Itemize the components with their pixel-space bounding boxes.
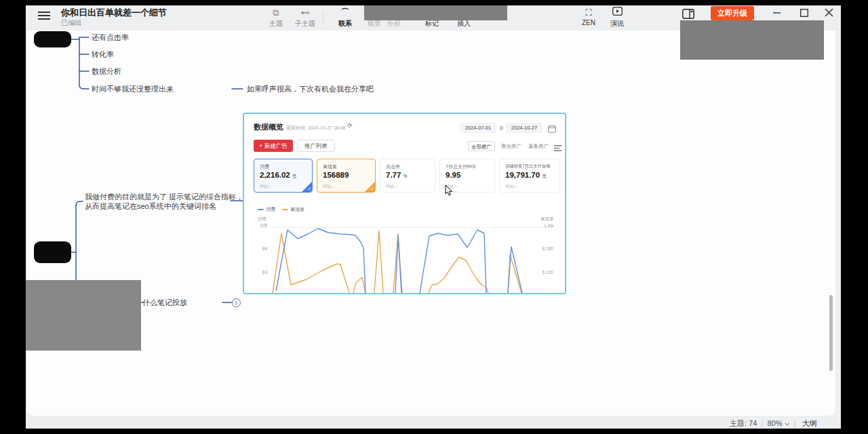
dashboard-title: 数据概览: [254, 122, 283, 132]
dashboard-updated-time: 更新时间: 2024-10-27 18:48: [286, 125, 345, 132]
mindmap-topic-clickrate[interactable]: 还有点击率: [92, 33, 129, 43]
redaction-box-topbar: [364, 5, 507, 20]
tab-all-promotions[interactable]: 全部推广: [468, 141, 495, 151]
vertical-scrollbar[interactable]: [829, 295, 833, 371]
topic-node-redacted-middle[interactable]: [34, 241, 71, 263]
legend-impressions[interactable]: 展现量: [282, 206, 304, 213]
left-tick: 84: [256, 246, 267, 251]
redaction-box-topright: [680, 20, 824, 60]
topic-node-redacted-top[interactable]: [34, 31, 71, 47]
chevron-down-icon: [785, 421, 789, 426]
zoom-level-control[interactable]: 80%: [767, 419, 787, 427]
mindmap-topic-conversion[interactable]: 转化率: [92, 50, 114, 60]
redaction-box-bottomleft: [26, 280, 141, 351]
topic-icon: ⧉: [261, 7, 291, 19]
refresh-icon[interactable]: ⟳: [347, 122, 353, 129]
mindmap-topic-which-notes[interactable]: 什么笔记投放: [142, 298, 187, 308]
mindmap-topic-analysis[interactable]: 数据分析: [92, 66, 121, 77]
mindmap-topic-paid-purpose[interactable]: 我做付费的目的就是为了 提示笔记的综合指标， 从而提高笔记在seo系统中的关键词…: [85, 192, 243, 211]
toolbar-topic[interactable]: ⧉ 主题: [261, 7, 291, 30]
promotion-list-button[interactable]: 推广列表: [297, 140, 335, 152]
metric-card-store-sales[interactable]: 店铺销售7日总支付金额 19,791.70 元 环比--: [499, 159, 560, 193]
save-status: 已编辑: [61, 18, 81, 28]
toolbar-divider: [323, 11, 323, 24]
date-separator: 至: [499, 125, 504, 132]
left-axis-name: 消费: [258, 216, 267, 222]
metric-card-consumption[interactable]: 消费 2,216.02 元 环比-- ✓: [254, 159, 313, 193]
subtopic-icon: ⊷: [290, 7, 320, 19]
tab-spotlight-promotions[interactable]: 聚光推广: [498, 141, 525, 151]
zen-icon: ⛶: [574, 7, 604, 19]
upgrade-button[interactable]: 立即升级: [711, 6, 754, 20]
left-tick: 63: [256, 270, 267, 275]
check-icon: ✓: [370, 186, 374, 192]
topic-count: 主题: 74: [730, 419, 757, 427]
left-tick: 105: [256, 223, 267, 228]
legend-swatch-orange: [282, 209, 288, 210]
new-ad-button[interactable]: + 新建广告: [254, 140, 293, 152]
outline-toggle[interactable]: 大纲: [802, 419, 817, 427]
maximize-button[interactable]: [799, 7, 810, 18]
statusbar: 主题: 74 | 80% | 大纲: [730, 418, 817, 429]
toolbar-zen-mode[interactable]: ⛶ ZEN: [574, 7, 604, 30]
toolbar-relationship[interactable]: ⌒ 联系: [330, 7, 360, 30]
legend-consumption[interactable]: 消费: [258, 206, 275, 213]
collapsed-children-badge[interactable]: 1: [232, 298, 241, 307]
relationship-icon: ⌒: [330, 7, 360, 19]
date-start-field[interactable]: 2024-07-01: [460, 123, 496, 133]
check-icon: ✓: [307, 186, 311, 192]
trend-line-chart: [270, 225, 552, 294]
legend-swatch-blue: [258, 209, 264, 210]
mindmap-note-share[interactable]: 如果呼声很高，下次有机会我在分享吧: [247, 84, 374, 94]
metric-card-clickrate[interactable]: 点击率 7.77 % 环比--: [380, 159, 435, 193]
toolbar-present[interactable]: 演说: [602, 7, 632, 30]
calendar-icon[interactable]: [548, 123, 556, 136]
dashboard-image-node[interactable]: 数据概览 更新时间: 2024-10-27 18:48 ⟳ 2024-07-01…: [243, 113, 566, 294]
present-play-icon: [602, 7, 632, 19]
app-window: 你和日出百单就差一个细节 已编辑 ⧉ 主题 ⊷ 子主题 ⌒ 联系 概要 外框 标…: [26, 5, 841, 429]
right-axis-name: 展现量: [540, 216, 554, 222]
toolbar-subtopic[interactable]: ⊷ 子主题: [290, 7, 320, 30]
minimize-button[interactable]: [772, 7, 783, 18]
list-filter-icon[interactable]: [554, 142, 561, 155]
tab-fries-promotions[interactable]: 薯条推广: [525, 141, 552, 151]
document-title: 你和日出百单就差一个细节: [61, 7, 167, 19]
close-button[interactable]: [824, 7, 835, 18]
hamburger-menu-icon[interactable]: [38, 10, 50, 20]
date-end-field[interactable]: 2024-10-27: [506, 123, 542, 133]
mindmap-topic-no-time[interactable]: 时间不够我还没整理出来: [92, 84, 174, 94]
mindmap-canvas[interactable]: 还有点击率 转化率 数据分析 时间不够我还没整理出来 如果呼声很高，下次有机会我…: [27, 31, 835, 416]
mouse-cursor: [445, 184, 454, 199]
metric-card-impressions[interactable]: 展现量 156889 环比-- ✓: [317, 159, 376, 193]
